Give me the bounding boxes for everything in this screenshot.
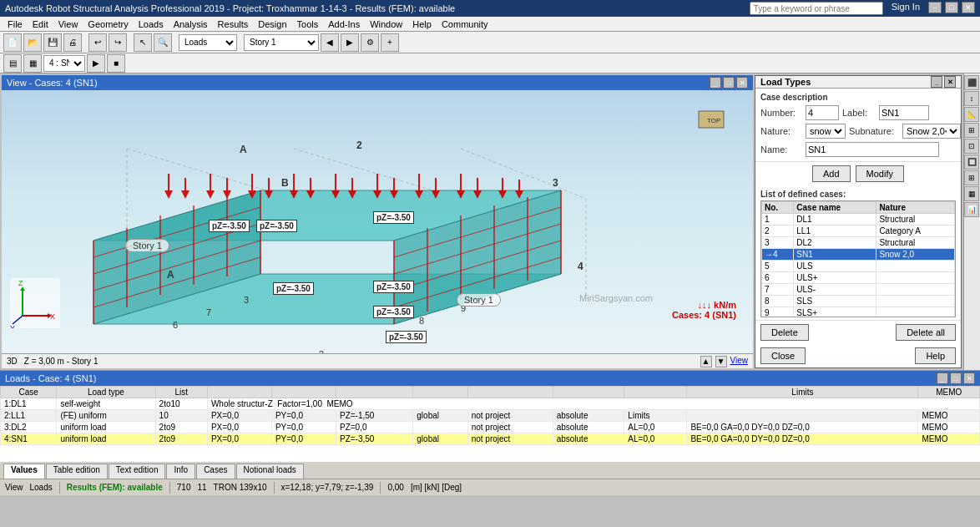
menu-addins[interactable]: Add-Ins (324, 18, 364, 30)
menu-geometry[interactable]: Geometry (83, 18, 132, 30)
view-label[interactable]: View (730, 356, 749, 367)
view-scroll-down[interactable]: ▼ (715, 356, 727, 367)
ri-btn-3[interactable]: 📐 (964, 107, 979, 122)
menu-file[interactable]: File (3, 18, 27, 30)
subnature-label: Subnature: (849, 126, 899, 136)
search-input[interactable] (750, 2, 883, 15)
menu-window[interactable]: Window (366, 18, 407, 30)
bp-close-btn[interactable]: ✕ (963, 372, 975, 384)
number-input[interactable] (806, 105, 839, 120)
close-panel-button[interactable]: Close (760, 347, 806, 364)
nav-cube[interactable]: TOP (695, 99, 736, 140)
open-btn[interactable]: 📂 (23, 33, 42, 52)
case-row[interactable]: 6ULS+ (762, 272, 955, 284)
th-col12: MEMO (918, 387, 980, 398)
tb2-stop-btn[interactable]: ■ (107, 54, 125, 73)
tb2-btn1[interactable]: ▤ (3, 54, 22, 73)
redo-btn[interactable]: ↪ (109, 33, 127, 52)
cases-scroll-area[interactable]: No. Case name Nature 1DL1Structural2LL1C… (760, 200, 956, 317)
menu-help[interactable]: Help (408, 18, 436, 30)
ri-btn-4[interactable]: ⊞ (964, 123, 979, 138)
tb2-run-btn[interactable]: ▶ (87, 54, 105, 73)
name-input[interactable] (806, 142, 939, 157)
status-view[interactable]: View (5, 483, 23, 492)
story-combo[interactable]: Story 1 (244, 34, 319, 51)
menu-community[interactable]: Community (437, 18, 493, 30)
tab-values[interactable]: Values (3, 464, 45, 479)
tab-text-edition[interactable]: Text edition (109, 464, 166, 479)
status-loads[interactable]: Loads (30, 483, 53, 492)
story-add-btn[interactable]: + (381, 33, 399, 52)
rp-minimize-btn[interactable]: _ (931, 76, 942, 88)
print-btn[interactable]: 🖨 (63, 33, 82, 52)
story-settings-btn[interactable]: ⚙ (361, 33, 379, 52)
view-scroll-up[interactable]: ▲ (700, 356, 712, 367)
svg-text:X: X (50, 312, 55, 321)
load-row[interactable]: 1:DL1self-weight2to10Whole structur-Z Fa… (1, 398, 980, 410)
menu-analysis[interactable]: Analysis (169, 18, 212, 30)
save-btn[interactable]: 💾 (43, 33, 62, 52)
ri-btn-1[interactable]: ⬛ (964, 75, 979, 90)
menu-tools[interactable]: Tools (293, 18, 323, 30)
story-prev-btn[interactable]: ◀ (321, 33, 339, 52)
new-btn[interactable]: 📄 (3, 33, 22, 52)
node-combo[interactable]: 4 : SN1 (43, 55, 85, 72)
load-row[interactable]: 2:LL1(FE) uniform10PX=0,0PY=0,0PZ=-1,50g… (1, 410, 980, 422)
rp-close-btn[interactable]: ✕ (944, 76, 956, 88)
tab-info[interactable]: Info (166, 464, 195, 479)
menu-edit[interactable]: Edit (28, 18, 53, 30)
view-minimize-btn[interactable]: _ (710, 77, 721, 89)
label-input[interactable] (879, 105, 929, 120)
undo-btn[interactable]: ↩ (88, 33, 107, 52)
ri-btn-8[interactable]: ▦ (964, 186, 979, 201)
menu-view[interactable]: View (54, 18, 83, 30)
ri-btn-5[interactable]: ⊡ (964, 139, 979, 154)
ri-btn-2[interactable]: ↕ (964, 91, 979, 106)
bp-minimize-btn[interactable]: _ (937, 372, 948, 384)
svg-marker-13 (164, 190, 173, 199)
bp-maximize-btn[interactable]: □ (950, 372, 962, 384)
ri-btn-6[interactable]: 🔲 (964, 155, 979, 170)
menu-design[interactable]: Design (254, 18, 290, 30)
case-row[interactable]: 1DL1Structural (762, 214, 955, 225)
sign-in-text[interactable]: Sign In (892, 2, 920, 15)
case-row[interactable]: 7ULS- (762, 284, 955, 296)
add-button[interactable]: Add (812, 165, 851, 182)
case-row[interactable]: 9SLS+ (762, 307, 955, 318)
tab-table-edition[interactable]: Table edition (46, 464, 108, 479)
ri-btn-7[interactable]: ⊞ (964, 170, 979, 185)
nature-label: Nature: (760, 126, 802, 136)
tb2-btn2[interactable]: ▦ (23, 54, 42, 73)
close-button[interactable]: ✕ (962, 2, 975, 13)
case-row[interactable]: 8SLS (762, 296, 955, 307)
help-button[interactable]: Help (915, 347, 956, 364)
load-row[interactable]: 4:SN1uniform load2to9PX=0,0PY=0,0PZ=-3,5… (1, 433, 980, 445)
maximize-button[interactable]: □ (945, 2, 958, 13)
delete-button[interactable]: Delete (760, 324, 809, 341)
load-row[interactable]: 3:DL2uniform load2to9PX=0,0PY=0,0PZ=0,0n… (1, 422, 980, 433)
tab-cases[interactable]: Cases (196, 464, 235, 479)
ri-btn-9[interactable]: 📊 (964, 202, 979, 217)
loads-table-container[interactable]: Case Load type List Limits MEMO 1:DL1sel… (0, 386, 980, 462)
case-row[interactable]: 5ULS (762, 261, 955, 272)
case-row[interactable]: 2LL1Category A (762, 225, 955, 237)
case-no: 7 (762, 284, 794, 296)
minimize-button[interactable]: − (928, 2, 942, 13)
select-btn[interactable]: ↖ (134, 33, 152, 52)
menu-loads[interactable]: Loads (134, 18, 168, 30)
zoom-btn[interactable]: 🔍 (154, 33, 172, 52)
tab-notional[interactable]: Notional loads (236, 464, 304, 479)
view-maximize-btn[interactable]: □ (723, 77, 735, 89)
case-row[interactable]: →4SN1Snow 2,0 (762, 249, 955, 261)
modify-button[interactable]: Modify (856, 165, 904, 182)
story-next-btn[interactable]: ▶ (341, 33, 359, 52)
subnature-select[interactable]: Snow 2,0<sk< (902, 124, 961, 139)
view-close-btn[interactable]: ✕ (736, 77, 748, 89)
delete-all-button[interactable]: Delete all (896, 324, 956, 341)
loads-combo[interactable]: Loads (179, 34, 237, 51)
menu-results[interactable]: Results (214, 18, 253, 30)
svg-marker-15 (206, 190, 215, 199)
svg-text:Y: Y (10, 324, 15, 328)
nature-select[interactable]: snow (806, 124, 846, 139)
case-row[interactable]: 3DL2Structural (762, 237, 955, 249)
